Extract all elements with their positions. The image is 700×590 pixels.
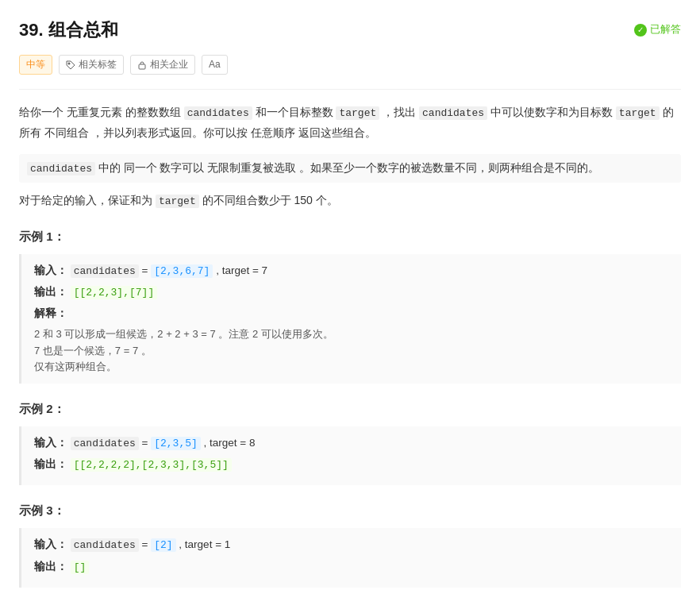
example3-input-arr: [2] xyxy=(151,538,175,552)
example1-explain3: 仅有这两种组合。 xyxy=(34,359,668,376)
example2-output-line: 输出： [[2,2,2,2],[2,3,3],[3,5]] xyxy=(34,456,668,474)
example1-input-arr: [2,3,6,7] xyxy=(151,264,213,278)
related-company-button[interactable]: 相关企业 xyxy=(130,55,195,75)
svg-rect-1 xyxy=(139,64,145,69)
example3-output-line: 输出： [] xyxy=(34,558,668,577)
tags-row: 中等 相关标签 相关企业 Aa xyxy=(19,55,681,75)
example3-block: 输入： candidates = [2] , target = 1 输出： [] xyxy=(19,528,681,587)
tag-icon xyxy=(66,60,75,70)
header-row: 39. 组合总和 ✓ 已解答 xyxy=(19,16,681,44)
solved-badge: ✓ 已解答 xyxy=(634,21,681,38)
example1-explain-label: 解释： xyxy=(34,305,668,323)
example1-title: 示例 1： xyxy=(19,227,681,246)
example1-explain2: 7 也是一个候选，7 = 7 。 xyxy=(34,343,668,360)
example1-block: 输入： candidates = [2,3,6,7] , target = 7 … xyxy=(19,254,681,384)
svg-point-0 xyxy=(68,62,71,64)
font-size-button[interactable]: Aa xyxy=(202,55,228,75)
example3-input-code: candidates xyxy=(71,538,139,552)
example3-title: 示例 3： xyxy=(19,501,681,520)
example2-input-code: candidates xyxy=(71,437,139,450)
candidates-code-2: candidates xyxy=(419,106,487,120)
example2-block: 输入： candidates = [2,3,5] , target = 8 输出… xyxy=(19,426,681,485)
target-code-2: target xyxy=(616,106,660,120)
example2-output-val: [[2,2,2,2],[2,3,3],[3,5]] xyxy=(71,458,232,472)
target-code-1: target xyxy=(336,106,379,120)
page-container: 39. 组合总和 ✓ 已解答 中等 相关标签 相关企业 Aa 给你一个 无重复元… xyxy=(0,0,700,590)
divider xyxy=(19,89,681,90)
example1-explain1: 2 和 3 可以形成一组候选，2 + 2 + 3 = 7 。注意 2 可以使用多… xyxy=(34,326,668,343)
target-code-3: target xyxy=(156,195,199,208)
lock-icon xyxy=(137,60,147,70)
note-line-1: candidates 中的 同一个 数字可以 无限制重复被选取 。如果至少一个数… xyxy=(19,154,681,183)
related-tags-button[interactable]: 相关标签 xyxy=(59,55,124,75)
example1-output-val: [[2,2,3],[7]] xyxy=(71,286,157,299)
candidates-code-1: candidates xyxy=(184,106,252,120)
problem-description: 给你一个 无重复元素 的整数数组 candidates 和一个目标整数 targ… xyxy=(19,102,681,143)
solved-check-icon: ✓ xyxy=(634,24,647,37)
problem-desc-2: 对于给定的输入，保证和为 target 的不同组合数少于 150 个。 xyxy=(19,191,681,210)
example2-input-arr: [2,3,5] xyxy=(151,437,201,450)
example2-input-line: 输入： candidates = [2,3,5] , target = 8 xyxy=(34,434,668,453)
difficulty-tag: 中等 xyxy=(19,55,52,75)
example3-input-line: 输入： candidates = [2] , target = 1 xyxy=(34,536,668,554)
example2-title: 示例 2： xyxy=(19,399,681,418)
example3-output-val: [] xyxy=(71,561,90,574)
page-title: 39. 组合总和 xyxy=(19,16,118,44)
example1-input-line: 输入： candidates = [2,3,6,7] , target = 7 xyxy=(34,262,668,280)
example1-input-code: candidates xyxy=(71,264,139,278)
example1-output-line: 输出： [[2,2,3],[7]] xyxy=(34,283,668,302)
